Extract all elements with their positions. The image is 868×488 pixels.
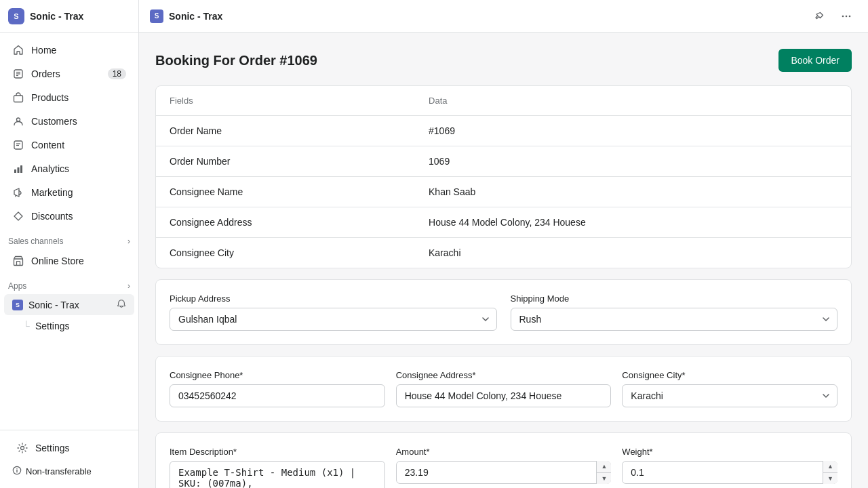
consignee-city-group: Consignee City* Karachi [622,370,837,407]
products-icon [12,92,24,104]
amount-group: Amount* ▲ ▼ Please confirm amount before… [396,447,612,488]
topbar-icons [808,5,857,27]
shipping-mode-group: Shipping Mode RushStandardExpress [511,293,838,331]
analytics-icon [12,163,24,175]
sidebar-item-products[interactable]: Products [4,86,134,109]
table-cell-value: Khan Saab [415,177,851,207]
table-cell-field: Order Number [156,146,415,177]
table-cell-field: Consignee Name [156,177,415,207]
table-cell-field: Consignee City [156,238,415,268]
consignee-address-label: Consignee Address* [396,370,612,380]
amount-increment-button[interactable]: ▲ [597,461,611,472]
topbar-title: Sonic - Trax [169,11,803,22]
amount-input[interactable] [396,461,612,484]
sidebar-item-marketing[interactable]: Marketing [4,181,134,204]
more-options-button[interactable] [835,5,857,27]
pickup-address-select[interactable]: Gulshan Iqbal [170,308,497,331]
sidebar-item-home[interactable]: Home [4,39,134,62]
sidebar-item-content-label: Content [31,140,64,150]
col-fields: Fields [156,86,415,116]
consignee-phone-input[interactable] [170,384,385,407]
table-cell-field: Consignee Address [156,207,415,238]
sidebar-item-discounts-label: Discounts [31,211,73,222]
book-order-button[interactable]: Book Order [778,49,852,72]
home-icon [12,44,24,56]
consignee-address-input[interactable] [396,384,612,407]
pickup-address-group: Pickup Address Gulshan Iqbal [170,293,497,331]
sidebar: S Sonic - Trax Home Orders 18 Products [0,0,139,488]
item-description-group: Item Description* Example T-Shirt - Medi… [170,447,385,488]
col-data: Data [415,86,851,116]
discounts-icon [12,210,24,222]
sidebar-item-sonic-trax[interactable]: S Sonic - Trax [4,294,134,315]
sidebar-item-settings-sub-label: Settings [35,321,70,331]
svg-rect-10 [18,167,20,173]
table-row: Order Number1069 [156,146,851,177]
sidebar-nav: Home Orders 18 Products Customers [0,33,138,430]
store-icon [12,255,24,267]
svg-rect-11 [20,165,22,173]
sonic-icon: S [12,300,23,310]
sidebar-logo: S [8,8,24,24]
sidebar-item-orders[interactable]: Orders 18 [4,62,134,85]
table-row: Consignee AddressHouse 44 Model Colony, … [156,207,851,238]
sidebar-item-analytics[interactable]: Analytics [4,157,134,180]
sidebar-item-products-label: Products [31,92,68,103]
weight-input[interactable] [622,461,837,484]
sales-channels-chevron: › [127,237,130,246]
order-details-card: Fields Data Order Name#1069Order Number1… [155,85,852,268]
sidebar-item-customers[interactable]: Customers [4,110,134,133]
consignee-form-card: Consignee Phone* Consignee Address* Cons… [155,356,852,422]
orders-icon [12,68,24,80]
table-row: Consignee NameKhan Saab [156,177,851,207]
item-description-card: Item Description* Example T-Shirt - Medi… [155,432,852,488]
amount-decrement-button[interactable]: ▼ [597,472,611,485]
settings-icon [16,442,28,454]
topbar-logo: S [150,9,163,23]
weight-group: Weight* ▲ ▼ [622,447,837,488]
sidebar-settings-label: Settings [35,443,70,453]
sidebar-bottom: Settings Non-transferable [0,430,138,488]
sidebar-item-marketing-label: Marketing [31,187,73,198]
sidebar-header: S Sonic - Trax [0,0,138,33]
weight-increment-button[interactable]: ▲ [823,461,837,472]
item-description-textarea[interactable]: Example T-Shirt - Medium (x1) | SKU: (00… [170,461,385,488]
svg-rect-13 [17,262,20,266]
svg-point-17 [16,468,17,469]
sidebar-item-online-store[interactable]: Online Store [4,249,134,272]
table-cell-value: House 44 Model Colony, 234 Houese [415,207,851,238]
weight-input-wrapper: ▲ ▼ [622,461,837,484]
svg-point-18 [842,15,844,17]
weight-decrement-button[interactable]: ▼ [823,472,837,485]
sidebar-item-content[interactable]: Content [4,134,134,157]
apps-chevron: › [127,281,130,291]
consignee-form-row: Consignee Phone* Consignee Address* Cons… [170,370,837,407]
amount-input-wrapper: ▲ ▼ [396,461,612,484]
consignee-city-label: Consignee City* [622,370,837,380]
table-row: Consignee CityKarachi [156,238,851,268]
sidebar-app-name: Sonic - Trax [30,11,83,22]
order-table: Fields Data Order Name#1069Order Number1… [156,86,851,268]
table-row: Order Name#1069 [156,116,851,146]
orders-badge: 18 [108,68,126,79]
svg-point-14 [21,447,24,450]
shipping-mode-select[interactable]: RushStandardExpress [511,308,838,331]
table-cell-value: Karachi [415,238,851,268]
svg-point-5 [17,118,20,121]
svg-point-20 [849,15,851,17]
sidebar-item-discounts[interactable]: Discounts [4,205,134,228]
pin-icon-button[interactable] [808,5,830,27]
marketing-icon [12,186,24,199]
page-header: Booking For Order #1069 Book Order [155,49,852,72]
sales-channels-section[interactable]: Sales channels › [0,228,138,249]
sidebar-item-home-label: Home [31,45,56,56]
svg-rect-4 [14,96,23,102]
svg-point-19 [846,15,848,17]
amount-label: Amount* [396,447,612,457]
sidebar-item-orders-label: Orders [31,68,60,79]
sidebar-item-settings[interactable]: Settings [8,436,130,460]
consignee-city-select[interactable]: Karachi [622,384,837,407]
svg-rect-9 [14,169,16,173]
apps-section[interactable]: Apps › [0,273,138,293]
sidebar-item-settings-sub[interactable]: └ Settings [4,316,134,336]
